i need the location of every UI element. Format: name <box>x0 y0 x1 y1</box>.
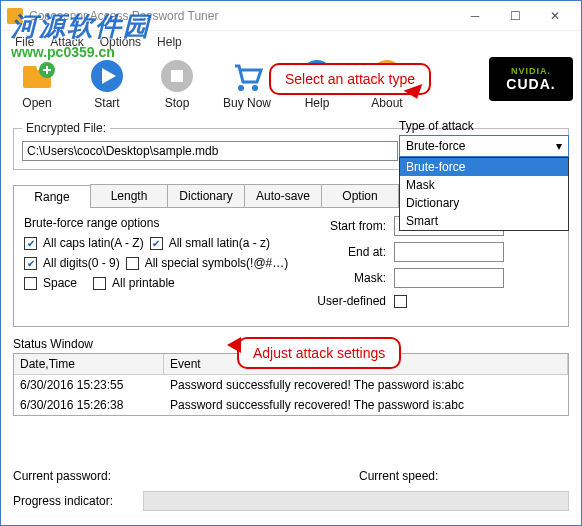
footer: Current password: Current speed: Progres… <box>13 469 569 519</box>
file-path-input[interactable] <box>22 141 398 161</box>
svg-rect-8 <box>171 70 183 82</box>
checkbox-digits-label: All digits(0 - 9) <box>43 256 120 270</box>
stop-button[interactable]: Stop <box>151 58 203 110</box>
checkbox-printable-label: All printable <box>112 276 175 290</box>
checkbox-printable[interactable] <box>93 277 106 290</box>
checkbox-userdef[interactable] <box>394 295 407 308</box>
userdef-label: User-defined <box>304 294 394 308</box>
open-icon <box>19 58 55 94</box>
about-label: About <box>371 96 402 110</box>
maximize-button[interactable]: ☐ <box>495 1 535 31</box>
svg-point-10 <box>252 85 258 91</box>
range-group-label: Brute-force range options <box>24 216 304 230</box>
checkbox-caps-label: All caps latin(A - Z) <box>43 236 144 250</box>
attack-option-dictionary[interactable]: Dictionary <box>400 194 568 212</box>
cart-icon <box>229 58 265 94</box>
table-row[interactable]: 6/30/2016 15:23:55 Password successfully… <box>14 375 568 395</box>
menu-options[interactable]: Options <box>94 33 147 51</box>
start-button[interactable]: Start <box>81 58 133 110</box>
stop-label: Stop <box>165 96 190 110</box>
close-button[interactable]: ✕ <box>535 1 575 31</box>
chevron-down-icon: ▾ <box>556 139 562 153</box>
menu-help[interactable]: Help <box>151 33 188 51</box>
checkbox-small-label: All small latin(a - z) <box>169 236 270 250</box>
endat-label: End at: <box>304 245 394 259</box>
menu-file[interactable]: File <box>9 33 40 51</box>
col-datetime[interactable]: Date,Time <box>14 354 164 374</box>
file-label: Encrypted File: <box>22 121 110 135</box>
progress-label: Progress indicator: <box>13 494 143 508</box>
tab-range[interactable]: Range <box>13 185 91 208</box>
table-row[interactable]: 6/30/2016 15:26:38 Password successfully… <box>14 395 568 415</box>
start-icon <box>89 58 125 94</box>
tab-autosave[interactable]: Auto-save <box>244 184 322 207</box>
attack-label: Type of attack <box>399 119 569 133</box>
menu-attack[interactable]: Attack <box>44 33 89 51</box>
mask-label: Mask: <box>304 271 394 285</box>
open-button[interactable]: Open <box>11 58 63 110</box>
tab-option[interactable]: Option <box>321 184 399 207</box>
checkbox-caps[interactable]: ✔ <box>24 237 37 250</box>
callout-adjust: Adjust attack settings <box>237 337 401 369</box>
titlebar: Cocosenor Access Password Tuner ─ ☐ ✕ <box>1 1 581 31</box>
buy-button[interactable]: Buy Now <box>221 58 273 110</box>
attack-dropdown: Brute-force Mask Dictionary Smart <box>399 157 569 231</box>
checkbox-space-label: Space <box>43 276 77 290</box>
checkbox-symbols-label: All special symbols(!@#…) <box>145 256 289 270</box>
attack-combo[interactable]: Brute-force ▾ <box>399 135 569 157</box>
attack-type-box: Type of attack Brute-force ▾ Brute-force… <box>399 119 569 231</box>
help-label: Help <box>305 96 330 110</box>
attack-selected: Brute-force <box>406 139 465 153</box>
window-title: Cocosenor Access Password Tuner <box>29 9 455 23</box>
start-label: Start <box>94 96 119 110</box>
callout-tail-2 <box>227 337 241 353</box>
attack-option-mask[interactable]: Mask <box>400 176 568 194</box>
svg-point-9 <box>238 85 244 91</box>
tab-length[interactable]: Length <box>90 184 168 207</box>
current-password-label: Current password: <box>13 469 143 483</box>
minimize-button[interactable]: ─ <box>455 1 495 31</box>
cuda-name: CUDA. <box>506 76 555 92</box>
checkbox-symbols[interactable] <box>126 257 139 270</box>
endat-input[interactable] <box>394 242 504 262</box>
attack-option-bruteforce[interactable]: Brute-force <box>400 158 568 176</box>
app-icon <box>7 8 23 24</box>
cuda-badge: NVIDIA. CUDA. <box>489 57 573 101</box>
svg-rect-1 <box>23 66 37 74</box>
progress-bar <box>143 491 569 511</box>
checkbox-digits[interactable]: ✔ <box>24 257 37 270</box>
svg-rect-4 <box>46 66 48 74</box>
stop-icon <box>159 58 195 94</box>
current-speed-label: Current speed: <box>359 469 469 483</box>
checkbox-small[interactable]: ✔ <box>150 237 163 250</box>
startfrom-label: Start from: <box>304 219 394 233</box>
open-label: Open <box>22 96 51 110</box>
cuda-brand: NVIDIA. <box>511 66 551 76</box>
menubar: File Attack Options Help <box>1 31 581 53</box>
tab-dictionary[interactable]: Dictionary <box>167 184 245 207</box>
mask-input[interactable] <box>394 268 504 288</box>
buy-label: Buy Now <box>223 96 271 110</box>
checkbox-space[interactable] <box>24 277 37 290</box>
attack-option-smart[interactable]: Smart <box>400 212 568 230</box>
